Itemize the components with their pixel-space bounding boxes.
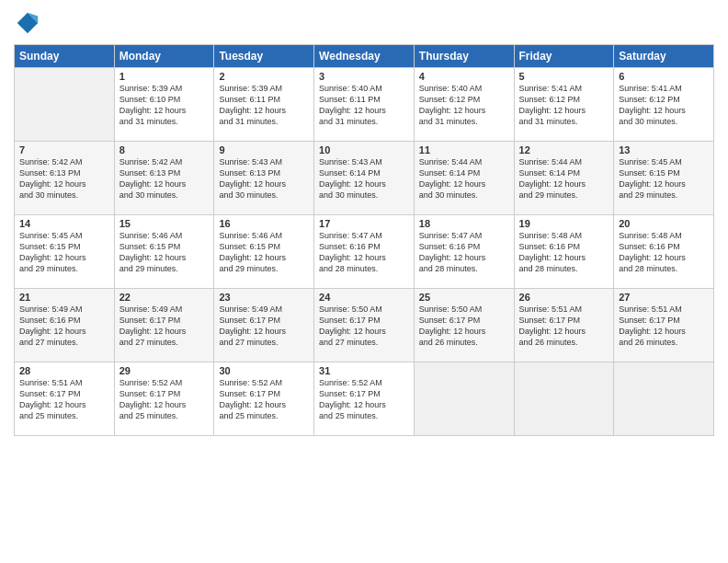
day-number: 5 xyxy=(519,71,609,82)
day-info: Sunrise: 5:45 AM Sunset: 6:15 PM Dayligh… xyxy=(619,156,709,201)
day-cell: 4Sunrise: 5:40 AM Sunset: 6:12 PM Daylig… xyxy=(414,68,514,142)
day-cell: 12Sunrise: 5:44 AM Sunset: 6:14 PM Dayli… xyxy=(514,142,614,215)
day-number: 25 xyxy=(419,292,509,303)
week-row-3: 14Sunrise: 5:45 AM Sunset: 6:15 PM Dayli… xyxy=(15,215,714,289)
day-cell: 19Sunrise: 5:48 AM Sunset: 6:16 PM Dayli… xyxy=(514,215,614,289)
day-info: Sunrise: 5:46 AM Sunset: 6:15 PM Dayligh… xyxy=(119,230,210,275)
day-number: 4 xyxy=(419,71,509,82)
day-cell xyxy=(15,68,115,142)
day-cell: 10Sunrise: 5:43 AM Sunset: 6:14 PM Dayli… xyxy=(314,142,415,215)
day-cell: 31Sunrise: 5:52 AM Sunset: 6:17 PM Dayli… xyxy=(314,362,415,436)
day-number: 13 xyxy=(619,144,709,155)
day-cell xyxy=(414,362,514,436)
day-info: Sunrise: 5:39 AM Sunset: 6:11 PM Dayligh… xyxy=(219,83,309,128)
day-number: 19 xyxy=(519,218,609,229)
logo-icon xyxy=(14,9,41,37)
day-cell: 29Sunrise: 5:52 AM Sunset: 6:17 PM Dayli… xyxy=(114,362,214,436)
logo xyxy=(14,9,45,37)
day-info: Sunrise: 5:41 AM Sunset: 6:12 PM Dayligh… xyxy=(519,83,609,128)
day-cell: 23Sunrise: 5:49 AM Sunset: 6:17 PM Dayli… xyxy=(214,289,314,362)
day-cell: 22Sunrise: 5:49 AM Sunset: 6:17 PM Dayli… xyxy=(114,289,214,362)
day-cell: 18Sunrise: 5:47 AM Sunset: 6:16 PM Dayli… xyxy=(414,215,514,289)
day-number: 20 xyxy=(619,218,709,229)
day-info: Sunrise: 5:40 AM Sunset: 6:11 PM Dayligh… xyxy=(319,83,409,128)
week-row-2: 7Sunrise: 5:42 AM Sunset: 6:13 PM Daylig… xyxy=(15,142,714,215)
day-info: Sunrise: 5:51 AM Sunset: 6:17 PM Dayligh… xyxy=(619,304,709,349)
day-cell: 15Sunrise: 5:46 AM Sunset: 6:15 PM Dayli… xyxy=(114,215,214,289)
day-cell xyxy=(614,362,714,436)
day-cell: 16Sunrise: 5:46 AM Sunset: 6:15 PM Dayli… xyxy=(214,215,314,289)
day-number: 8 xyxy=(119,144,210,155)
day-number: 7 xyxy=(19,144,109,155)
col-header-tuesday: Tuesday xyxy=(214,45,314,68)
col-header-friday: Friday xyxy=(514,45,614,68)
day-number: 2 xyxy=(219,71,309,82)
day-info: Sunrise: 5:41 AM Sunset: 6:12 PM Dayligh… xyxy=(619,83,709,128)
day-cell: 24Sunrise: 5:50 AM Sunset: 6:17 PM Dayli… xyxy=(314,289,415,362)
day-cell: 25Sunrise: 5:50 AM Sunset: 6:17 PM Dayli… xyxy=(414,289,514,362)
day-info: Sunrise: 5:52 AM Sunset: 6:17 PM Dayligh… xyxy=(219,377,309,422)
day-cell: 14Sunrise: 5:45 AM Sunset: 6:15 PM Dayli… xyxy=(15,215,115,289)
day-number: 24 xyxy=(319,292,409,303)
col-header-monday: Monday xyxy=(114,45,214,68)
day-number: 21 xyxy=(19,292,109,303)
day-info: Sunrise: 5:50 AM Sunset: 6:17 PM Dayligh… xyxy=(419,304,509,349)
col-header-saturday: Saturday xyxy=(614,45,714,68)
week-row-4: 21Sunrise: 5:49 AM Sunset: 6:16 PM Dayli… xyxy=(15,289,714,362)
day-info: Sunrise: 5:49 AM Sunset: 6:17 PM Dayligh… xyxy=(219,304,309,349)
day-info: Sunrise: 5:42 AM Sunset: 6:13 PM Dayligh… xyxy=(19,156,109,201)
day-cell: 7Sunrise: 5:42 AM Sunset: 6:13 PM Daylig… xyxy=(15,142,115,215)
day-number: 6 xyxy=(619,71,709,82)
day-number: 30 xyxy=(219,365,309,376)
day-info: Sunrise: 5:42 AM Sunset: 6:13 PM Dayligh… xyxy=(119,156,210,201)
day-info: Sunrise: 5:51 AM Sunset: 6:17 PM Dayligh… xyxy=(19,377,109,422)
day-cell: 28Sunrise: 5:51 AM Sunset: 6:17 PM Dayli… xyxy=(15,362,115,436)
day-number: 23 xyxy=(219,292,309,303)
day-number: 27 xyxy=(619,292,709,303)
day-info: Sunrise: 5:51 AM Sunset: 6:17 PM Dayligh… xyxy=(519,304,609,349)
day-number: 28 xyxy=(19,365,109,376)
day-number: 3 xyxy=(319,71,409,82)
day-info: Sunrise: 5:46 AM Sunset: 6:15 PM Dayligh… xyxy=(219,230,309,275)
day-number: 26 xyxy=(519,292,609,303)
calendar-table: SundayMondayTuesdayWednesdayThursdayFrid… xyxy=(14,44,714,436)
day-cell: 13Sunrise: 5:45 AM Sunset: 6:15 PM Dayli… xyxy=(614,142,714,215)
day-cell: 20Sunrise: 5:48 AM Sunset: 6:16 PM Dayli… xyxy=(614,215,714,289)
day-info: Sunrise: 5:40 AM Sunset: 6:12 PM Dayligh… xyxy=(419,83,509,128)
day-number: 1 xyxy=(119,71,210,82)
day-cell: 5Sunrise: 5:41 AM Sunset: 6:12 PM Daylig… xyxy=(514,68,614,142)
day-number: 9 xyxy=(219,144,309,155)
day-info: Sunrise: 5:44 AM Sunset: 6:14 PM Dayligh… xyxy=(519,156,609,201)
day-info: Sunrise: 5:43 AM Sunset: 6:14 PM Dayligh… xyxy=(319,156,409,201)
day-cell: 2Sunrise: 5:39 AM Sunset: 6:11 PM Daylig… xyxy=(214,68,314,142)
day-number: 29 xyxy=(119,365,210,376)
day-info: Sunrise: 5:48 AM Sunset: 6:16 PM Dayligh… xyxy=(519,230,609,275)
day-number: 15 xyxy=(119,218,210,229)
day-cell: 17Sunrise: 5:47 AM Sunset: 6:16 PM Dayli… xyxy=(314,215,415,289)
day-cell: 27Sunrise: 5:51 AM Sunset: 6:17 PM Dayli… xyxy=(614,289,714,362)
day-info: Sunrise: 5:48 AM Sunset: 6:16 PM Dayligh… xyxy=(619,230,709,275)
day-info: Sunrise: 5:52 AM Sunset: 6:17 PM Dayligh… xyxy=(119,377,210,422)
header xyxy=(14,9,714,37)
day-cell: 9Sunrise: 5:43 AM Sunset: 6:13 PM Daylig… xyxy=(214,142,314,215)
day-info: Sunrise: 5:43 AM Sunset: 6:13 PM Dayligh… xyxy=(219,156,309,201)
day-cell: 26Sunrise: 5:51 AM Sunset: 6:17 PM Dayli… xyxy=(514,289,614,362)
day-number: 16 xyxy=(219,218,309,229)
day-cell: 21Sunrise: 5:49 AM Sunset: 6:16 PM Dayli… xyxy=(15,289,115,362)
day-info: Sunrise: 5:52 AM Sunset: 6:17 PM Dayligh… xyxy=(319,377,409,422)
day-info: Sunrise: 5:49 AM Sunset: 6:17 PM Dayligh… xyxy=(119,304,210,349)
day-number: 11 xyxy=(419,144,509,155)
day-number: 18 xyxy=(419,218,509,229)
day-cell xyxy=(514,362,614,436)
day-cell: 8Sunrise: 5:42 AM Sunset: 6:13 PM Daylig… xyxy=(114,142,214,215)
day-info: Sunrise: 5:47 AM Sunset: 6:16 PM Dayligh… xyxy=(419,230,509,275)
day-number: 31 xyxy=(319,365,409,376)
day-number: 17 xyxy=(319,218,409,229)
day-cell: 30Sunrise: 5:52 AM Sunset: 6:17 PM Dayli… xyxy=(214,362,314,436)
day-info: Sunrise: 5:44 AM Sunset: 6:14 PM Dayligh… xyxy=(419,156,509,201)
day-cell: 3Sunrise: 5:40 AM Sunset: 6:11 PM Daylig… xyxy=(314,68,415,142)
day-info: Sunrise: 5:50 AM Sunset: 6:17 PM Dayligh… xyxy=(319,304,409,349)
day-info: Sunrise: 5:47 AM Sunset: 6:16 PM Dayligh… xyxy=(319,230,409,275)
day-info: Sunrise: 5:49 AM Sunset: 6:16 PM Dayligh… xyxy=(19,304,109,349)
day-number: 14 xyxy=(19,218,109,229)
